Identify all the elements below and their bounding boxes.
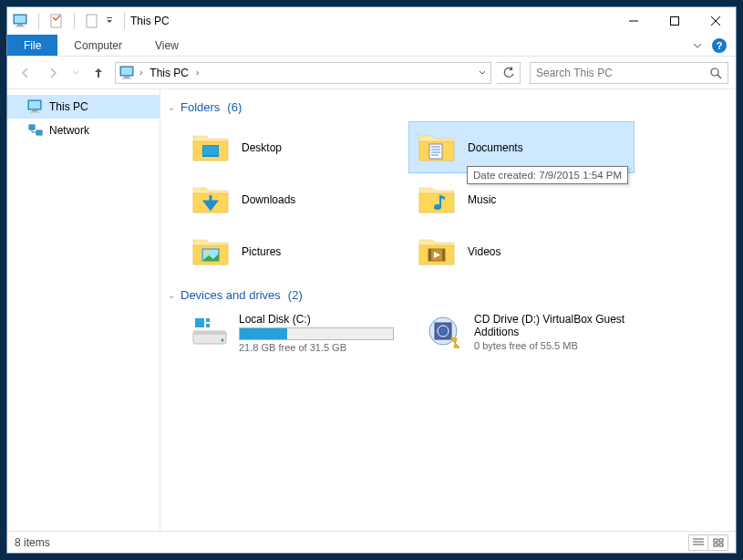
nav-item-network[interactable]: Network [7,119,160,142]
tooltip: Date created: 7/9/2015 1:54 PM [467,166,628,184]
svg-point-15 [711,68,718,76]
network-icon [27,122,44,139]
drive-name: Local Disk (C:) [239,313,410,326]
nav-item-label: Network [49,124,89,137]
svg-rect-3 [15,26,25,27]
hard-drive-icon [190,313,230,349]
quick-access-toolbar [7,11,119,31]
svg-rect-21 [29,125,35,130]
search-button[interactable] [704,63,728,83]
drive-usage-bar [239,327,394,340]
folder-label: Desktop [242,141,282,154]
drive-free-text: 0 bytes free of 55.5 MB [474,340,645,351]
back-button[interactable] [15,62,36,84]
svg-point-38 [222,339,224,342]
svg-rect-41 [206,324,210,327]
this-pc-icon [27,99,44,115]
cd-drive-icon [425,313,465,349]
ribbon-tab-computer[interactable]: Computer [57,35,139,56]
desktop-folder-icon [191,130,231,166]
breadcrumb[interactable]: This PC [144,63,194,83]
folder-label: Videos [468,245,500,258]
address-dropdown-button[interactable] [472,63,490,83]
svg-rect-22 [36,130,42,135]
svg-rect-6 [107,17,112,18]
svg-rect-18 [29,101,40,109]
svg-rect-19 [32,110,37,111]
svg-rect-25 [429,144,442,159]
nav-item-label: This PC [49,100,88,113]
close-button[interactable] [695,7,736,35]
svg-rect-20 [30,111,39,113]
forward-button[interactable] [42,62,64,84]
content-pane: ⌄ Folders (6) Desktop Documents [160,89,736,531]
svg-rect-37 [193,331,226,335]
svg-line-16 [717,75,721,78]
nav-item-this-pc[interactable]: This PC [7,95,160,119]
status-item-count: 8 items [15,536,50,549]
group-count: (6) [227,100,242,114]
this-pc-icon [11,11,31,31]
minimize-button[interactable] [613,7,654,35]
folder-videos[interactable]: Videos [408,225,635,277]
folder-label: Music [468,193,496,206]
this-pc-icon [118,63,138,83]
svg-rect-52 [714,544,717,546]
svg-rect-34 [428,249,431,261]
svg-rect-42 [201,324,204,327]
refresh-button[interactable] [497,62,521,84]
folder-label: Documents [468,141,523,154]
drive-cd-d[interactable]: CD Drive (D:) VirtualBox Guest Additions… [418,309,653,357]
folder-desktop[interactable]: Desktop [182,121,408,173]
help-icon: ? [712,38,727,53]
new-folder-icon[interactable] [82,11,102,31]
chevron-right-icon[interactable]: › [194,67,201,78]
ribbon: File Computer View ? [7,35,736,57]
folder-downloads[interactable]: Downloads [182,173,408,225]
recent-locations-button[interactable] [69,62,82,84]
properties-icon[interactable] [46,11,67,31]
drive-local-disk-c[interactable]: Local Disk (C:) 21.8 GB free of 31.5 GB [182,309,418,357]
window-title: This PC [130,15,170,27]
file-tab[interactable]: File [7,35,57,56]
ribbon-expand-button[interactable] [686,35,708,56]
svg-rect-40 [206,318,210,322]
group-title: Devices and drives [181,288,281,302]
svg-rect-35 [442,249,445,261]
address-bar-row: › This PC › [7,57,736,89]
chevron-down-icon: ⌄ [168,102,175,112]
folder-pictures[interactable]: Pictures [182,225,408,277]
address-bar[interactable]: › This PC › [115,62,491,84]
view-details-button[interactable] [688,534,708,551]
svg-rect-50 [714,539,717,542]
search-box [530,62,728,84]
folder-label: Pictures [242,245,281,258]
group-count: (2) [288,288,303,302]
music-folder-icon [417,181,457,218]
documents-folder-icon [417,130,457,166]
svg-rect-24 [203,146,218,155]
title-bar: This PC [7,7,736,35]
svg-rect-1 [15,16,26,23]
chevron-down-icon: ⌄ [168,290,175,300]
downloads-folder-icon [191,181,231,218]
svg-rect-8 [670,17,678,26]
group-header-folders[interactable]: ⌄ Folders (6) [164,97,736,118]
ribbon-tab-view[interactable]: View [139,35,195,56]
view-large-icons-button[interactable] [708,534,728,551]
maximize-button[interactable] [654,7,695,35]
group-title: Folders [181,100,220,114]
chevron-right-icon[interactable]: › [138,67,144,78]
svg-rect-13 [124,77,129,78]
group-header-drives[interactable]: ⌄ Devices and drives (2) [164,285,736,306]
qat-dropdown-icon[interactable] [104,11,115,31]
help-button[interactable]: ? [708,35,730,56]
search-input[interactable] [531,67,704,79]
svg-rect-53 [719,544,723,546]
svg-rect-12 [121,67,132,75]
svg-rect-51 [719,539,723,542]
navigation-pane: This PC Network [7,89,160,531]
drive-name: CD Drive (D:) VirtualBox Guest Additions [474,313,645,338]
status-bar: 8 items [7,531,736,553]
up-button[interactable] [88,62,109,84]
